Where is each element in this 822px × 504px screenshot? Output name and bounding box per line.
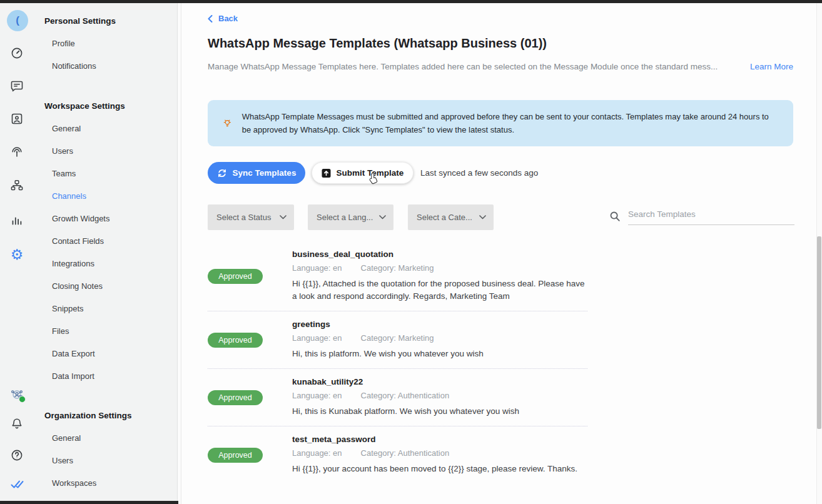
status-badge: Approved: [208, 269, 263, 284]
section-title-personal: Personal Settings: [44, 15, 177, 28]
page-title: WhatsApp Message Templates (Whatsapp Bus…: [208, 36, 547, 51]
template-row[interactable]: Approved test_meta_password Language: en…: [208, 426, 587, 483]
language-filter-dropdown[interactable]: Select a Lang...: [308, 204, 393, 230]
template-body: Hi, this is Kunabak platform. We wish yo…: [292, 405, 587, 418]
bottom-border-bar: [0, 501, 178, 504]
app-window: (: [0, 0, 822, 504]
page-scrollbar[interactable]: [816, 0, 822, 504]
sidebar-item-org-users[interactable]: Users: [52, 450, 177, 472]
contacts-icon[interactable]: [10, 112, 24, 126]
status-badge: Approved: [208, 448, 263, 463]
mouse-cursor-pointer: [368, 173, 380, 186]
sidebar-item-closing-notes[interactable]: Closing Notes: [52, 275, 177, 298]
help-icon[interactable]: [10, 448, 24, 462]
template-meta: Language: enCategory: Authentication: [292, 391, 587, 400]
template-category: Category: Marketing: [361, 333, 434, 343]
sync-templates-label: Sync Templates: [233, 168, 297, 178]
sidebar-item-channels[interactable]: Channels: [52, 185, 177, 208]
chevron-down-icon: [379, 215, 386, 219]
template-row[interactable]: Approved kunabak_utility22 Language: enC…: [208, 369, 587, 426]
icon-rail: (: [0, 0, 35, 504]
main-content: Back WhatsApp Message Templates (Whatsap…: [181, 0, 822, 504]
template-meta: Language: enCategory: Marketing: [292, 333, 587, 343]
template-name: test_meta_password: [292, 435, 587, 444]
scrollbar-thumb[interactable]: [817, 236, 821, 429]
sidebar-scrollbar[interactable]: [177, 0, 181, 504]
settings-menu: Personal Settings Profile Notifications …: [35, 0, 177, 495]
sidebar-item-snippets[interactable]: Snippets: [52, 298, 177, 320]
sidebar-item-teams[interactable]: Teams: [52, 163, 177, 185]
double-check-icon[interactable]: [10, 477, 24, 491]
settings-sidebar: (: [0, 0, 177, 504]
template-language: Language: en: [292, 263, 342, 273]
online-status-dot: [19, 396, 26, 403]
template-body: Hi, this is platform. We wish you whatev…: [292, 348, 587, 360]
template-row[interactable]: Approved business_deal_quotation Languag…: [208, 241, 587, 311]
submit-icon: [322, 168, 331, 178]
sidebar-item-data-import[interactable]: Data Import: [52, 365, 177, 388]
chevron-down-icon: [280, 215, 287, 219]
template-body: Hi {{1}}, your account has been moved to…: [292, 463, 587, 475]
status-filter-dropdown[interactable]: Select a Status: [208, 204, 294, 230]
chevron-down-icon: [479, 215, 486, 219]
template-category: Category: Authentication: [361, 448, 450, 458]
back-label: Back: [218, 14, 238, 23]
sidebar-item-data-export[interactable]: Data Export: [52, 343, 177, 365]
template-name: kunabak_utility22: [292, 377, 587, 386]
learn-more-link[interactable]: Learn More: [750, 62, 793, 71]
category-filter-dropdown[interactable]: Select a Cate...: [408, 204, 494, 230]
info-banner: WhatsApp Template Messages must be submi…: [208, 100, 793, 146]
notifications-bell-icon[interactable]: [10, 417, 24, 431]
sync-templates-button[interactable]: Sync Templates: [208, 162, 305, 184]
status-filter-label: Select a Status: [216, 213, 271, 222]
search-input[interactable]: [628, 207, 794, 225]
template-language: Language: en: [292, 448, 342, 458]
template-row[interactable]: Approved greetings Language: enCategory:…: [208, 311, 587, 369]
category-filter-label: Select a Cate...: [417, 213, 472, 222]
messages-icon[interactable]: [10, 79, 24, 93]
last-synced-status: Last synced a few seconds ago: [420, 162, 538, 184]
toolbar: Sync Templates Submit Template Last sync…: [181, 162, 822, 184]
analytics-icon[interactable]: [10, 213, 24, 227]
sidebar-item-workspaces[interactable]: Workspaces: [52, 472, 177, 495]
settings-gear-icon[interactable]: ⚙: [10, 248, 24, 261]
lightbulb-icon: [223, 115, 232, 131]
template-meta: Language: enCategory: Authentication: [292, 448, 587, 458]
sidebar-item-notifications[interactable]: Notifications: [52, 55, 177, 78]
template-body: Hi {{1}}, Attached is the quotation for …: [292, 278, 587, 303]
template-name: business_deal_quotation: [292, 249, 587, 259]
top-border-bar: [0, 0, 822, 3]
template-language: Language: en: [292, 333, 342, 343]
page-description-row: Manage WhatsApp Message Templates here. …: [208, 60, 793, 74]
template-name: greetings: [292, 320, 587, 329]
status-badge: Approved: [208, 390, 263, 405]
page-description: Manage WhatsApp Message Templates here. …: [208, 60, 741, 74]
sidebar-item-general[interactable]: General: [52, 118, 177, 140]
sitemap-icon[interactable]: [10, 179, 24, 193]
user-avatar[interactable]: (: [7, 10, 28, 31]
dashboard-gauge-icon[interactable]: [10, 46, 24, 60]
broadcast-icon[interactable]: [10, 145, 24, 159]
status-badge: Approved: [208, 333, 263, 348]
back-button[interactable]: Back: [208, 14, 238, 23]
section-title-organization: Organization Settings: [44, 410, 177, 422]
template-language: Language: en: [292, 391, 342, 400]
sidebar-item-files[interactable]: Files: [52, 320, 177, 343]
banner-text: WhatsApp Template Messages must be submi…: [242, 110, 778, 136]
refresh-icon: [217, 168, 227, 178]
sidebar-item-profile[interactable]: Profile: [52, 33, 177, 55]
chevron-left-icon: [208, 15, 213, 23]
community-icon[interactable]: [10, 388, 24, 401]
sidebar-item-growth-widgets[interactable]: Growth Widgets: [52, 208, 177, 230]
template-search: [609, 207, 794, 225]
sidebar-item-users[interactable]: Users: [52, 140, 177, 163]
section-title-workspace: Workspace Settings: [44, 100, 177, 113]
sidebar-item-contact-fields[interactable]: Contact Fields: [52, 230, 177, 253]
sidebar-item-org-general[interactable]: General: [52, 427, 177, 450]
template-meta: Language: enCategory: Marketing: [292, 263, 587, 273]
template-category: Category: Authentication: [361, 391, 450, 400]
filter-row: Select a Status Select a Lang... Select …: [181, 204, 822, 230]
sidebar-item-integrations[interactable]: Integrations: [52, 253, 177, 275]
template-category: Category: Marketing: [361, 263, 434, 273]
submit-template-button[interactable]: Submit Template: [312, 162, 414, 184]
